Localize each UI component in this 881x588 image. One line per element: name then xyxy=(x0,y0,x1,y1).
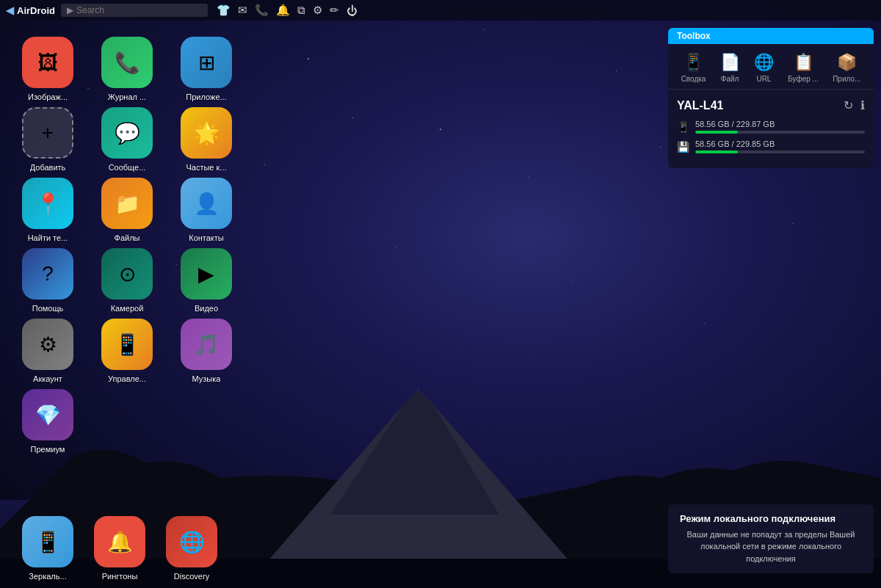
search-bar[interactable]: ▶ xyxy=(61,4,208,17)
app-item-messages[interactable]: 💬Сообще... xyxy=(94,107,160,172)
settings-icon[interactable]: ⚙ xyxy=(313,4,322,17)
app-item-journal[interactable]: 📞Журнал ... xyxy=(94,37,160,101)
phone-storage-icon: 📱 xyxy=(677,121,689,133)
logo-text: AirDroid xyxy=(17,5,55,16)
search-input[interactable] xyxy=(76,5,179,15)
storage-text-2: 58.56 GB / 229.85 GB xyxy=(695,139,865,148)
device-name: YAL-L41 xyxy=(677,99,723,112)
app-item-files[interactable]: 📁Файлы xyxy=(94,178,160,242)
phone-icon[interactable]: 📞 xyxy=(255,4,269,17)
bell-icon[interactable]: 🔔 xyxy=(276,4,290,17)
toolbox-panel: Toolbox 📱Сводка📄Файл🌐URL📋Буфер ...📦Прило… xyxy=(668,28,874,168)
app-label-add: Добавить xyxy=(30,163,66,172)
app-icon-add: + xyxy=(22,107,73,159)
storage-info-1: 58.56 GB / 229.87 GB xyxy=(695,120,865,134)
app-grid: 🖼Изображ...📞Журнал ...⊞Приложе...+Добави… xyxy=(7,29,254,461)
bottom-app-icon-discovery: 🌐 xyxy=(166,516,217,567)
toolbox-label-url: URL xyxy=(756,75,771,83)
app-logo[interactable]: ◀ AirDroid xyxy=(6,4,55,16)
app-label-files: Файлы xyxy=(115,233,140,242)
app-item-help[interactable]: ?Помощь xyxy=(15,248,81,313)
bottom-app-item-mirror[interactable]: 📱Зеркаль... xyxy=(15,516,81,581)
copy-icon[interactable]: ⧉ xyxy=(297,4,305,17)
toolbox-label-file: Файл xyxy=(721,75,739,83)
notification-title: Режим локального подключения xyxy=(680,513,862,524)
app-label-find: Найти те... xyxy=(28,233,68,242)
toolbox-icon-summary: 📱 xyxy=(684,53,703,72)
app-label-camera: Камерой xyxy=(111,304,144,313)
search-icon: ▶ xyxy=(67,5,73,15)
bottom-app-item-ringtones[interactable]: 🔔Рингтоны xyxy=(87,516,153,581)
app-item-find[interactable]: 📍Найти те... xyxy=(15,178,81,242)
toolbox-item-file[interactable]: 📄Файл xyxy=(720,53,740,83)
app-item-video[interactable]: ▶Видео xyxy=(173,248,239,313)
app-icon-favorites: 🌟 xyxy=(181,107,232,159)
bottom-app-item-discovery[interactable]: 🌐Discovery xyxy=(159,516,225,581)
power-icon[interactable]: ⏻ xyxy=(347,4,358,17)
app-item-camera[interactable]: ⊙Камерой xyxy=(94,248,160,313)
nav-icons: 👕 ✉ 📞 🔔 ⧉ ⚙ ✏ ⏻ xyxy=(217,4,358,17)
toolbox-icon-file: 📄 xyxy=(720,53,740,72)
toolbox-label-summary: Сводка xyxy=(681,75,706,83)
info-button[interactable]: ℹ xyxy=(860,98,865,112)
app-label-video: Видео xyxy=(195,304,218,313)
notification-body: Ваши данные не попадут за пределы Вашей … xyxy=(680,529,862,565)
app-icon-messages: 💬 xyxy=(101,107,153,159)
app-label-messages: Сообще... xyxy=(109,163,146,172)
storage-fill-2 xyxy=(695,150,738,153)
app-item-apps[interactable]: ⊞Приложе... xyxy=(173,37,239,101)
storage-info-2: 58.56 GB / 229.85 GB xyxy=(695,139,865,153)
app-label-premium: Премиум xyxy=(31,445,65,454)
app-item-music[interactable]: 🎵Музыка xyxy=(173,319,239,383)
shirt-icon[interactable]: 👕 xyxy=(217,4,231,17)
app-item-add[interactable]: +Добавить xyxy=(15,107,81,172)
storage-row-2: 💾 58.56 GB / 229.85 GB xyxy=(677,139,865,153)
app-label-help: Помощь xyxy=(32,304,64,313)
app-item-control[interactable]: 📱Управле... xyxy=(94,319,160,383)
app-icon-images: 🖼 xyxy=(22,37,73,88)
app-icon-music: 🎵 xyxy=(181,319,232,370)
toolbox-icons: 📱Сводка📄Файл🌐URL📋Буфер ...📦Прило... xyxy=(668,44,874,90)
app-icon-files: 📁 xyxy=(101,178,153,229)
storage-bar-1 xyxy=(695,131,865,134)
device-panel: YAL-L41 ↻ ℹ 📱 58.56 GB / 229.87 GB 💾 58.… xyxy=(668,90,874,168)
app-icon-control: 📱 xyxy=(101,319,153,370)
sd-storage-icon: 💾 xyxy=(677,141,689,153)
email-icon[interactable]: ✉ xyxy=(238,4,247,17)
toolbox-icon-url: 🌐 xyxy=(754,53,774,72)
navbar: ◀ AirDroid ▶ 👕 ✉ 📞 🔔 ⧉ ⚙ ✏ ⏻ xyxy=(0,0,881,21)
app-label-control: Управле... xyxy=(108,374,146,383)
toolbox-label-appli: Прило... xyxy=(833,75,860,83)
app-item-favorites[interactable]: 🌟Частые к... xyxy=(173,107,239,172)
storage-fill-1 xyxy=(695,131,738,134)
toolbox-icon-appli: 📦 xyxy=(837,53,857,72)
app-item-account[interactable]: ⚙Аккаунт xyxy=(15,319,81,383)
app-icon-apps: ⊞ xyxy=(181,37,232,88)
toolbox-item-summary[interactable]: 📱Сводка xyxy=(681,53,706,83)
app-label-apps: Приложе... xyxy=(186,92,226,101)
toolbox-item-appli[interactable]: 📦Прило... xyxy=(833,53,860,83)
app-icon-find: 📍 xyxy=(22,178,73,229)
app-item-contacts[interactable]: 👤Контакты xyxy=(173,178,239,242)
toolbox-header: Toolbox xyxy=(668,28,874,44)
app-icon-camera: ⊙ xyxy=(101,248,153,300)
app-label-contacts: Контакты xyxy=(189,233,224,242)
device-actions: ↻ ℹ xyxy=(844,98,865,112)
app-item-images[interactable]: 🖼Изображ... xyxy=(15,37,81,101)
edit-icon[interactable]: ✏ xyxy=(330,4,339,17)
bottom-app-icon-mirror: 📱 xyxy=(22,516,73,567)
app-icon-account: ⚙ xyxy=(22,319,73,370)
toolbox-item-url[interactable]: 🌐URL xyxy=(754,53,774,83)
toolbox-icon-clipboard: 📋 xyxy=(794,53,813,72)
refresh-button[interactable]: ↻ xyxy=(844,98,853,112)
toolbox-item-clipboard[interactable]: 📋Буфер ... xyxy=(788,53,819,83)
bottom-apps: 📱Зеркаль...🔔Рингтоны🌐Discovery xyxy=(7,509,232,588)
bottom-app-label-ringtones: Рингтоны xyxy=(102,572,138,581)
app-item-premium[interactable]: 💎Премиум xyxy=(15,389,81,454)
bottom-notification: Режим локального подключения Ваши данные… xyxy=(668,504,874,574)
storage-row-1: 📱 58.56 GB / 229.87 GB xyxy=(677,120,865,134)
storage-text-1: 58.56 GB / 229.87 GB xyxy=(695,120,865,128)
storage-bar-2 xyxy=(695,150,865,153)
app-label-favorites: Частые к... xyxy=(186,163,226,172)
app-label-images: Изображ... xyxy=(28,92,68,101)
